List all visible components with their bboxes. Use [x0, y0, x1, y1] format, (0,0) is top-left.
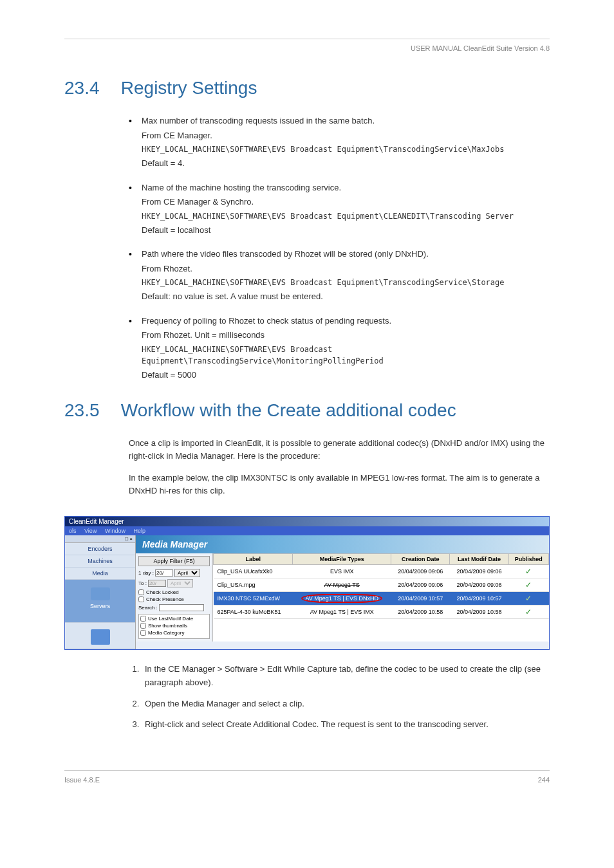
cell-modified: 20/04/2009 10:57 [450, 592, 508, 605]
cell-created: 20/04/2009 09:06 [391, 578, 450, 592]
cell-created: 20/04/2009 09:06 [391, 565, 450, 578]
media-table: Label MediaFile Types Creation Date Last… [213, 553, 549, 642]
media-manager-header: Media Manager [136, 535, 549, 553]
table-row[interactable]: 625PAL-4-30 kuMoBK51 AV Mpeg1 TS | EVS I… [214, 605, 549, 619]
sidebar-item-machines[interactable]: Machines [65, 555, 135, 568]
section-234-heading: 23.4 Registry Settings [64, 78, 550, 98]
check-icon: ✓ [525, 594, 532, 603]
media-manager-icon [91, 629, 110, 645]
one-day-input[interactable] [155, 569, 173, 577]
sidebar-item-servers-label: Servers [90, 603, 110, 609]
cell-created: 20/04/2009 10:57 [391, 592, 450, 605]
registry-item-4-desc: Frequency of polling to Rhozet to check … [142, 316, 391, 326]
media-manager-screenshot: CleanEdit Manager ols View Window Help □… [64, 516, 550, 650]
workflow-steps: In the CE Manager > Software > Edit Whil… [129, 663, 550, 732]
step-1: In the CE Manager > Software > Edit Whil… [142, 663, 550, 690]
show-thumbnails-label: Show thumbnails [148, 623, 187, 629]
cell-types: AV Mpeg1 TS [293, 578, 391, 592]
page-header: USER MANUAL CleanEdit Suite Version 4.8 [64, 44, 550, 52]
servers-icon [91, 587, 110, 600]
registry-item-2-source: From CE Manager & Synchro. [142, 196, 550, 208]
registry-item-4: Frequency of polling to Rhozet to check … [129, 315, 550, 382]
menu-help[interactable]: Help [133, 528, 145, 534]
sidebar-item-encoders[interactable]: Encoders [65, 543, 135, 555]
check-locked-checkbox[interactable] [138, 589, 144, 595]
show-thumbnails-checkbox[interactable] [140, 623, 146, 629]
section-235-intro-1: Once a clip is imported in CleanEdit, it… [129, 437, 550, 462]
apply-filter-button[interactable]: Apply Filter (F5) [138, 556, 210, 566]
col-last-modif-date[interactable]: Last Modif Date [450, 554, 508, 565]
registry-item-1-source: From CE Manager. [142, 129, 550, 142]
col-label[interactable]: Label [214, 554, 293, 565]
search-input[interactable] [159, 604, 204, 611]
use-lastmodif-checkbox[interactable] [140, 616, 146, 622]
check-icon: ✓ [525, 580, 532, 589]
registry-item-2: Name of the machine hosting the transcod… [129, 181, 550, 237]
check-presence-label: Check Presence [146, 596, 184, 602]
check-icon: ✓ [525, 607, 532, 616]
use-lastmodif-label: Use LastModif Date [148, 616, 193, 622]
cell-created: 20/04/2009 10:58 [391, 605, 450, 619]
table-row-selected[interactable]: IMX30 NTSC 5ZMExdW AV Mpeg1 TS | EVS DNx… [214, 592, 549, 605]
cell-types: AV Mpeg1 TS | EVS IMX [293, 605, 391, 619]
cell-modified: 20/04/2009 10:58 [450, 605, 508, 619]
sidebar-item-media-manager[interactable] [65, 623, 135, 649]
col-mediafile-types[interactable]: MediaFile Types [293, 554, 391, 565]
registry-item-3: Path where the video files transcoded by… [129, 248, 550, 303]
section-234-number: 23.4 [64, 78, 116, 98]
section-235-heading: 23.5 Workflow with the Create additional… [64, 400, 550, 421]
check-locked-label: Check Locked [146, 589, 179, 595]
registry-item-3-default: Default: no value is set. A value must b… [142, 290, 550, 303]
cell-published: ✓ [508, 578, 548, 592]
one-day-month-select[interactable]: April [174, 569, 200, 577]
to-label: To : [138, 580, 147, 586]
registry-item-2-default: Default = localhost [142, 224, 550, 237]
window-menubar: ols View Window Help [65, 526, 549, 535]
registry-item-1-regkey: HKEY_LOCAL_MACHINE\SOFTWARE\EVS Broadcas… [142, 143, 550, 155]
menu-window[interactable]: Window [105, 528, 126, 534]
cell-modified: 20/04/2009 09:06 [450, 578, 508, 592]
registry-item-2-desc: Name of the machine hosting the transcod… [142, 183, 341, 192]
menu-ols[interactable]: ols [69, 528, 77, 534]
registry-item-3-desc: Path where the video files transcoded by… [142, 249, 429, 259]
sidebar-item-servers[interactable]: Servers [65, 580, 135, 623]
menu-view[interactable]: View [84, 528, 97, 534]
registry-settings-list: Max number of transcoding requests issue… [129, 115, 550, 381]
table-row[interactable]: Clip_USA.mpg AV Mpeg1 TS 20/04/2009 09:0… [214, 578, 549, 592]
check-icon: ✓ [525, 567, 532, 576]
col-creation-date[interactable]: Creation Date [391, 554, 450, 565]
cell-label: 625PAL-4-30 kuMoBK51 [214, 605, 293, 619]
cell-label: Clip_USA UUcafxXk0 [214, 565, 293, 578]
footer-issue: Issue 4.8.E [64, 776, 100, 784]
cell-published: ✓ [508, 605, 548, 619]
registry-item-4-source: From Rhozet. Unit = milliseconds [142, 329, 550, 342]
registry-item-1: Max number of transcoding requests issue… [129, 115, 550, 170]
cell-label: IMX30 NTSC 5ZMExdW [214, 592, 293, 605]
section-235-title: Workflow with the Create additional code… [121, 400, 456, 420]
section-234-title: Registry Settings [121, 78, 257, 98]
media-category-checkbox[interactable] [140, 630, 146, 636]
check-presence-checkbox[interactable] [138, 596, 144, 602]
registry-item-3-regkey: HKEY_LOCAL_MACHINE\SOFTWARE\EVS Broadcas… [142, 277, 550, 288]
registry-item-1-desc: Max number of transcoding requests issue… [142, 116, 375, 125]
cell-types: AV Mpeg1 TS | EVS DNxHD [293, 592, 391, 605]
col-published[interactable]: Published [508, 554, 548, 565]
step-3: Right-click and select Create Additional… [142, 718, 550, 732]
search-label: Search : [138, 605, 158, 611]
cell-published: ✓ [508, 592, 548, 605]
filter-panel: Apply Filter (F5) 1 day : April To : Apr… [136, 553, 213, 642]
cell-modified: 20/04/2009 09:06 [450, 565, 508, 578]
section-235-intro-2: In the example below, the clip IMX30NTSC… [129, 472, 550, 497]
media-category-label: Media Category [148, 630, 184, 636]
sidebar-close-controls[interactable]: □ × [65, 535, 135, 543]
registry-item-1-default: Default = 4. [142, 157, 550, 170]
cell-published: ✓ [508, 565, 548, 578]
sidebar-item-media[interactable]: Media [65, 568, 135, 580]
section-235-number: 23.5 [64, 400, 116, 421]
to-month-select: April [167, 579, 193, 587]
registry-item-2-regkey: HKEY_LOCAL_MACHINE\SOFTWARE\EVS Broadcas… [142, 210, 550, 222]
table-row[interactable]: Clip_USA UUcafxXk0 EVS IMX 20/04/2009 09… [214, 565, 549, 578]
cell-types: EVS IMX [293, 565, 391, 578]
registry-item-4-default: Default = 5000 [142, 369, 550, 382]
window-titlebar: CleanEdit Manager [65, 517, 549, 526]
